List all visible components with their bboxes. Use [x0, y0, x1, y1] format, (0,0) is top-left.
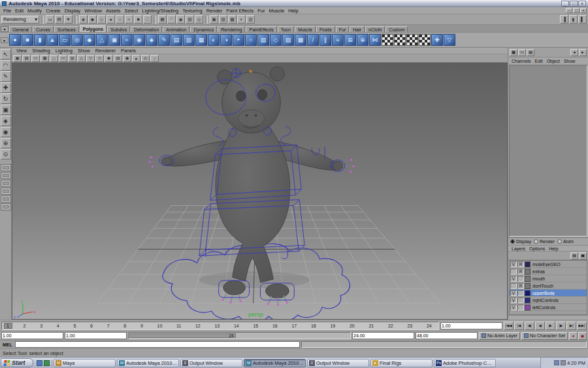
task-button[interactable]: M Maya: [54, 359, 116, 367]
layer-visibility-toggle[interactable]: V: [510, 276, 517, 282]
shelf-tab[interactable]: Animation: [163, 26, 189, 32]
poly-prism-icon[interactable]: ◆: [84, 34, 95, 46]
character-set-button[interactable]: No Character Set: [521, 332, 568, 340]
mdi-close-button[interactable]: ×: [580, 8, 587, 13]
pane-layout-icon[interactable]: ▦: [510, 49, 517, 56]
show-channel-box-icon[interactable]: ▌: [578, 15, 587, 24]
animation-end-field[interactable]: [416, 332, 478, 339]
render-settings-icon[interactable]: ▥: [246, 15, 255, 24]
command-result-area[interactable]: [301, 341, 587, 348]
pane-outliner-icon[interactable]: ▤: [527, 49, 534, 56]
mask-handles-icon[interactable]: ●: [106, 15, 115, 24]
xray-mode-icon[interactable]: ○: [150, 55, 159, 62]
snap-to-plane-icon[interactable]: ▧: [186, 15, 194, 24]
camera-attributes-icon[interactable]: ▣: [13, 55, 22, 62]
create-layer-from-selected-icon[interactable]: ▣: [579, 252, 587, 259]
task-button[interactable]: M Autodesk Maya 2010 - E...: [117, 359, 179, 367]
layer-visibility-toggle[interactable]: [510, 283, 517, 289]
mdi-minimize-button[interactable]: —: [566, 8, 572, 13]
image-plane-icon[interactable]: ▭: [31, 55, 40, 62]
start-button[interactable]: Start: [1, 358, 33, 367]
shelf-tab-menu-button[interactable]: ▾: [1, 26, 8, 32]
menu-item[interactable]: Modify: [25, 8, 44, 14]
layer-color-swatch[interactable]: [525, 283, 531, 289]
smooth-icon[interactable]: ○: [245, 34, 257, 46]
tray-volume-icon[interactable]: [561, 360, 566, 365]
mask-dynamics-icon[interactable]: □: [143, 15, 152, 24]
animation-preferences-button[interactable]: ▣: [578, 332, 587, 340]
play-forwards-button[interactable]: ▶: [546, 322, 555, 330]
select-hierarchy-icon[interactable]: ◈: [79, 15, 88, 24]
boolean-difference-icon[interactable]: ◑: [220, 34, 232, 46]
layer-row[interactable]: R dontTouch: [510, 282, 587, 290]
layout-persp-uv-button[interactable]: [1, 203, 11, 210]
close-button[interactable]: ×: [578, 1, 586, 7]
shelf-tab[interactable]: PaintEffects: [246, 26, 276, 32]
use-lights-icon[interactable]: ◉: [123, 55, 131, 62]
select-object-icon[interactable]: ◆: [88, 15, 97, 24]
mdi-restore-button[interactable]: □: [573, 8, 580, 13]
task-button[interactable]: ≡ Output Window: [180, 359, 242, 367]
playback-end-field[interactable]: [352, 332, 414, 339]
bevel-icon[interactable]: ◇: [270, 34, 282, 46]
layer-row[interactable]: V leftControls: [510, 304, 587, 311]
select-tool-icon[interactable]: ↖: [1, 49, 11, 59]
layer-name[interactable]: moleEyeGEO: [531, 262, 561, 267]
left-hand[interactable]: [161, 158, 172, 165]
layer-mode-radio[interactable]: Render: [534, 239, 555, 244]
collapse-panel-icon[interactable]: ◂: [570, 49, 578, 56]
uv-checker-3-icon[interactable]: ▦: [406, 34, 418, 46]
menu-item[interactable]: Display: [63, 8, 83, 14]
shelf-tab[interactable]: Dynamics: [190, 26, 217, 32]
sculpt-geometry-icon[interactable]: ✎: [158, 34, 170, 46]
poly-cone-icon[interactable]: ▲: [46, 34, 58, 46]
gate-mask-icon[interactable]: ▥: [68, 55, 76, 62]
layout-hypershade-persp-button[interactable]: [1, 195, 11, 203]
task-button[interactable]: ▸ Final Rigs: [370, 359, 433, 367]
panel-menu-item[interactable]: Lighting: [53, 48, 75, 54]
layer-row[interactable]: R extras: [510, 268, 587, 275]
insert-edge-loop-icon[interactable]: ∥: [319, 34, 331, 46]
viewport[interactable]: y x z persp: [12, 63, 508, 320]
bookmarks-icon[interactable]: ▤: [22, 55, 31, 62]
poly-helix-icon[interactable]: ≈: [121, 34, 133, 46]
scale-tool-icon[interactable]: ▣: [1, 105, 11, 115]
show-manip-tool-icon[interactable]: ⊕: [1, 138, 11, 148]
current-time-field[interactable]: [440, 322, 502, 329]
menu-item[interactable]: Render: [204, 8, 225, 14]
layer-mode-radio[interactable]: Display: [510, 239, 531, 244]
mask-surfaces-icon[interactable]: ■: [134, 15, 142, 24]
combine-icon[interactable]: ▤: [171, 34, 182, 46]
poly-plane-icon[interactable]: ▭: [59, 34, 71, 46]
shadows-icon[interactable]: ●: [132, 55, 140, 62]
shelf-tab[interactable]: General: [9, 26, 32, 32]
command-language-toggle[interactable]: MEL: [1, 343, 14, 347]
layer-color-swatch[interactable]: [525, 305, 531, 310]
film-gate-icon[interactable]: □: [50, 55, 58, 62]
layer-mode-radio[interactable]: Anim: [557, 239, 574, 244]
play-backwards-button[interactable]: ◀: [535, 322, 545, 330]
shelf-tab[interactable]: nCloth: [365, 26, 385, 32]
poly-soccer-ball-icon[interactable]: ◉: [133, 34, 145, 46]
poly-pyramid-icon[interactable]: △: [96, 34, 108, 46]
layer-visibility-toggle[interactable]: [510, 269, 517, 275]
reduce-icon[interactable]: ▽: [444, 34, 455, 46]
menu-item[interactable]: Create: [44, 8, 63, 14]
radio-icon[interactable]: [534, 239, 538, 244]
extract-icon[interactable]: ▦: [195, 34, 207, 46]
boolean-union-icon[interactable]: ◐: [208, 34, 220, 46]
maximize-button[interactable]: □: [570, 1, 578, 7]
menu-item[interactable]: Paint Effects: [224, 8, 255, 14]
menu-item[interactable]: Texturing: [180, 8, 204, 14]
last-tool-icon[interactable]: ⊙: [1, 149, 11, 159]
task-button[interactable]: ≡ Output Window: [307, 359, 369, 367]
mirror-geometry-icon[interactable]: ⋈: [369, 34, 381, 46]
layer-display-type-toggle[interactable]: [517, 297, 524, 303]
resolution-gate-icon[interactable]: ▭: [59, 55, 67, 62]
time-slider[interactable]: 123456789101112131415161718192021222324: [1, 322, 439, 330]
layer-display-type-toggle[interactable]: R: [517, 283, 524, 289]
panel-menu-item[interactable]: View: [14, 48, 29, 54]
open-scene-icon[interactable]: ▤: [55, 15, 63, 24]
lasso-tool-icon[interactable]: ◠: [1, 60, 11, 71]
shelf-tab[interactable]: Rendering: [218, 26, 245, 32]
